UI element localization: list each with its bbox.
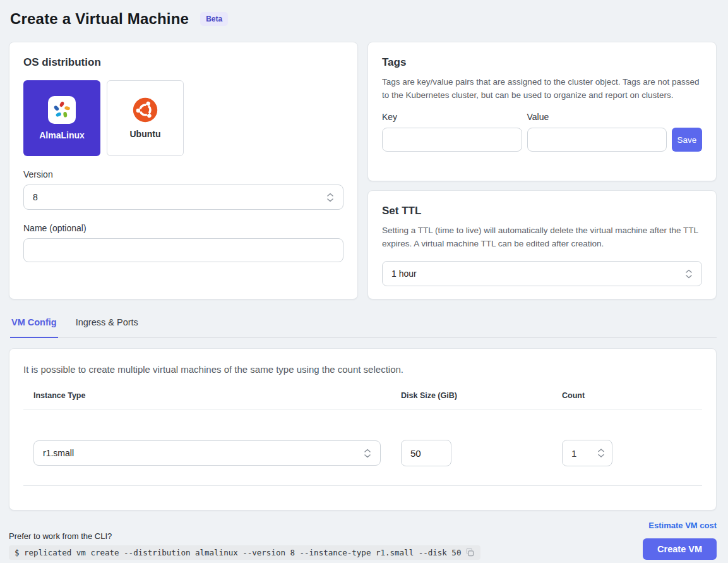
chevron-up-down-icon (364, 449, 371, 458)
estimate-vm-cost-link[interactable]: Estimate VM cost (648, 521, 717, 530)
os-tile-label-almalinux: AlmaLinux (39, 130, 85, 140)
os-card-title: OS distribution (23, 56, 343, 69)
ubuntu-icon (133, 97, 158, 123)
top-grid: OS distribution AlmaLinux (9, 42, 717, 300)
cli-command-pill: $ replicated vm create --distribution al… (9, 545, 480, 560)
chevron-up-down-icon (326, 193, 334, 202)
ttl-card: Set TTL Setting a TTL (time to live) wil… (367, 190, 717, 300)
column-header-count: Count (562, 391, 702, 400)
version-label: Version (23, 169, 343, 179)
tag-value-input[interactable] (527, 128, 667, 152)
tab-bar: VM Config Ingress & Ports (10, 316, 717, 338)
tag-key-label: Key (382, 112, 522, 122)
vm-name-label: Name (optional) (23, 223, 343, 233)
vm-name-input[interactable] (23, 238, 343, 262)
instance-type-select[interactable]: r1.small (33, 440, 381, 466)
count-cell: 1 (562, 440, 702, 466)
vm-table-header-row: Instance Type Disk Size (GiB) Count (33, 391, 702, 409)
card-bottom-spacer (23, 486, 702, 497)
tag-value-label: Value (527, 112, 667, 122)
vm-config-row-container: r1.small 1 (23, 426, 702, 485)
version-select[interactable]: 8 (23, 185, 343, 210)
chevron-up-down-icon (597, 448, 605, 458)
column-header-instance-type: Instance Type (33, 391, 381, 400)
tab-ingress-ports[interactable]: Ingress & Ports (75, 316, 140, 337)
copy-icon[interactable] (465, 548, 475, 557)
os-tile-label-ubuntu: Ubuntu (130, 129, 161, 139)
almalinux-icon (51, 99, 73, 121)
disk-size-input[interactable] (401, 440, 451, 466)
tag-key-field-group: Key (382, 112, 522, 152)
instance-type-cell: r1.small (33, 440, 381, 466)
ttl-select-value: 1 hour (391, 269, 417, 279)
os-tile-ubuntu[interactable]: Ubuntu (107, 80, 184, 156)
vm-config-table: Instance Type Disk Size (GiB) Count (23, 391, 702, 409)
chevron-up-down-icon (685, 269, 693, 279)
page-title: Create a Virtual Machine (10, 10, 189, 28)
tags-form: Key Value Save (382, 112, 702, 152)
cli-prompt-text: Prefer to work from the CLI? (9, 531, 480, 541)
tab-vm-config[interactable]: VM Config (10, 316, 58, 338)
save-tag-button[interactable]: Save (672, 128, 702, 152)
count-value: 1 (571, 448, 576, 459)
vm-config-card: It is possible to create multiple virtua… (9, 348, 717, 511)
page-footer: Prefer to work from the CLI? $ replicate… (9, 521, 717, 560)
os-tile-group: AlmaLinux (23, 80, 343, 156)
version-select-value: 8 (33, 192, 38, 202)
count-stepper[interactable]: 1 (562, 440, 612, 466)
cli-block: Prefer to work from the CLI? $ replicate… (9, 531, 480, 560)
vm-config-row: r1.small 1 (33, 426, 702, 485)
column-header-disk-size: Disk Size (GiB) (401, 391, 562, 400)
create-vm-button[interactable]: Create VM (643, 538, 717, 560)
tags-card-title: Tags (382, 56, 702, 69)
beta-badge: Beta (200, 12, 228, 26)
disk-size-cell (401, 440, 562, 466)
action-block: Estimate VM cost Create VM (643, 521, 717, 560)
os-distribution-card: OS distribution AlmaLinux (9, 42, 358, 300)
tag-value-field-group: Value (527, 112, 667, 152)
ttl-card-description: Setting a TTL (time to live) will automa… (382, 224, 702, 250)
instance-type-value: r1.small (43, 448, 74, 458)
table-divider-top (23, 409, 702, 409)
os-tile-almalinux[interactable]: AlmaLinux (23, 80, 100, 156)
almalinux-logo-box (48, 96, 76, 124)
tags-card: Tags Tags are key/value pairs that are a… (367, 42, 717, 181)
ttl-select[interactable]: 1 hour (382, 261, 702, 286)
cli-command-text: $ replicated vm create --distribution al… (15, 548, 461, 557)
tag-key-input[interactable] (382, 128, 522, 152)
ttl-card-title: Set TTL (382, 205, 702, 217)
tags-card-description: Tags are key/value pairs that are assign… (382, 76, 702, 102)
vm-config-intro: It is possible to create multiple virtua… (23, 364, 702, 375)
right-column: Tags Tags are key/value pairs that are a… (367, 42, 717, 300)
page-header: Create a Virtual Machine Beta (0, 0, 728, 42)
